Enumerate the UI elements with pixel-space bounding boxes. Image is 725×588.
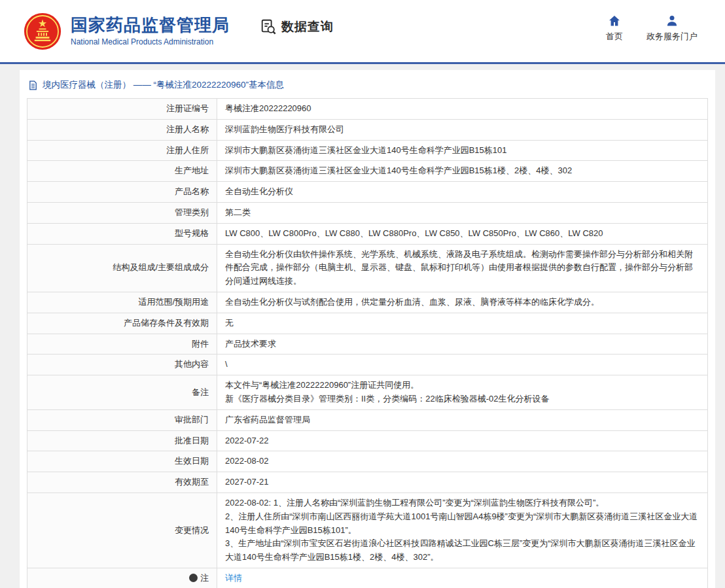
- row-label: 变更情况: [27, 493, 217, 568]
- row-value: 无: [217, 313, 708, 334]
- row-value: 深圳市大鹏新区葵涌街道三溪社区金业大道140号生命科学产业园B15栋101: [217, 140, 708, 161]
- row-label-text: 备注: [192, 387, 209, 397]
- row-label-text: 审批部门: [175, 415, 209, 424]
- row-label-text: 注册人名称: [166, 124, 209, 134]
- row-label-text: 其他内容: [175, 359, 209, 369]
- row-label-text: 产品名称: [175, 186, 209, 196]
- table-row: 注册证编号 粤械注准20222220960: [27, 99, 708, 120]
- user-icon: [665, 14, 679, 27]
- row-label: 产品名称: [27, 182, 217, 203]
- row-label: 注: [27, 568, 217, 588]
- row-label-text: 型号规格: [175, 228, 209, 238]
- row-value: 粤械注准20222220960: [217, 99, 708, 120]
- agency-name-en: National Medical Products Administration: [71, 37, 230, 46]
- table-row: 管理类别 第二类: [27, 202, 708, 223]
- row-value: 详情: [217, 568, 708, 588]
- row-label: 附件: [27, 334, 217, 355]
- row-label: 管理类别: [27, 202, 217, 223]
- detail-link[interactable]: 详情: [225, 573, 242, 583]
- agency-title-block: 国家药品监督管理局 National Medical Products Admi…: [71, 16, 230, 46]
- row-label: 注册人名称: [27, 119, 217, 140]
- row-label-text: 适用范围/预期用途: [138, 297, 209, 307]
- table-row: 备注 本文件与“粤械注准20222220960”注册证共同使用。 新《医疗器械分…: [27, 375, 708, 410]
- content-panel: 境内医疗器械（注册） —— “粤械注准20222220960”基本信息 注册证编…: [20, 70, 715, 588]
- table-row: 产品名称 全自动生化分析仪: [27, 182, 708, 203]
- page-icon: [28, 80, 38, 90]
- row-value: 产品技术要求: [217, 334, 708, 355]
- table-row: 生产地址 深圳市大鹏新区葵涌街道三溪社区金业大道140号生命科学产业园B15栋1…: [27, 161, 708, 182]
- agency-logo[interactable]: 国家药品监督管理局 National Medical Products Admi…: [24, 12, 230, 50]
- row-label-text: 注册人住所: [166, 145, 209, 155]
- row-value: 本文件与“粤械注准20222220960”注册证共同使用。 新《医疗器械分类目录…: [217, 375, 708, 410]
- nav-home-label: 首页: [606, 31, 623, 43]
- row-value: 全自动生化分析仪由软件操作系统、光学系统、机械系统、液路及电子系统组成。检测动作…: [217, 244, 708, 292]
- registration-info-table: 注册证编号 粤械注准20222220960 注册人名称 深圳蓝韵生物医疗科技有限…: [27, 98, 708, 588]
- note-icon: [189, 574, 198, 582]
- row-label-text: 变更情况: [175, 525, 209, 535]
- info-table-body: 注册证编号 粤械注准20222220960 注册人名称 深圳蓝韵生物医疗科技有限…: [27, 99, 708, 588]
- row-label: 注册人住所: [27, 140, 217, 161]
- breadcrumb: 境内医疗器械（注册） —— “粤械注准20222220960”基本信息: [27, 70, 708, 98]
- row-label-text: 批准日期: [175, 436, 209, 445]
- table-row: 生效日期 2022-08-02: [27, 451, 708, 472]
- table-row: 附件 产品技术要求: [27, 334, 708, 355]
- row-value: 广东省药品监督管理局: [217, 409, 708, 430]
- row-label-text: 管理类别: [175, 207, 209, 217]
- row-label: 产品储存条件及有效期: [27, 313, 217, 334]
- site-header: 国家药品监督管理局 National Medical Products Admi…: [0, 0, 725, 62]
- row-label-text: 注: [200, 573, 209, 583]
- row-value: 2027-07-21: [217, 472, 708, 493]
- nav-gov-portal[interactable]: 政务服务门户: [646, 14, 698, 43]
- table-row: 适用范围/预期用途 全自动生化分析仪与试剂配合使用，供定量分析血清、血浆、尿液、…: [27, 292, 708, 313]
- table-row: 批准日期 2022-07-22: [27, 430, 708, 451]
- row-label: 型号规格: [27, 223, 217, 244]
- row-label-text: 有效期至: [175, 477, 209, 487]
- row-value: 第二类: [217, 202, 708, 223]
- row-label-text: 生产地址: [175, 165, 209, 175]
- page-title: 境内医疗器械（注册） —— “粤械注准20222220960”基本信息: [43, 79, 284, 91]
- table-row: 注册人名称 深圳蓝韵生物医疗科技有限公司: [27, 119, 708, 140]
- table-row: 结构及组成/主要组成成分 全自动生化分析仪由软件操作系统、光学系统、机械系统、液…: [27, 244, 708, 292]
- national-emblem-icon: [24, 12, 62, 50]
- row-value: 深圳蓝韵生物医疗科技有限公司: [217, 119, 708, 140]
- row-value: 深圳市大鹏新区葵涌街道三溪社区金业大道140号生命科学产业园B15栋1楼、2楼、…: [217, 161, 708, 182]
- row-value: \: [217, 355, 708, 375]
- table-row: 其他内容 \: [27, 355, 708, 375]
- table-row: 注册人住所 深圳市大鹏新区葵涌街道三溪社区金业大道140号生命科学产业园B15栋…: [27, 140, 708, 161]
- row-label: 有效期至: [27, 472, 217, 493]
- table-row: 有效期至 2027-07-21: [27, 472, 708, 493]
- document-search-icon: [260, 18, 277, 35]
- agency-name-cn: 国家药品监督管理局: [71, 16, 230, 35]
- nav-gov-portal-label: 政务服务门户: [646, 31, 698, 43]
- row-label: 生效日期: [27, 451, 217, 472]
- row-label-text: 产品储存条件及有效期: [124, 318, 209, 328]
- main-background: 境内医疗器械（注册） —— “粤械注准20222220960”基本信息 注册证编…: [0, 64, 725, 588]
- row-label: 批准日期: [27, 430, 217, 451]
- row-label-text: 生效日期: [175, 456, 209, 466]
- row-label: 备注: [27, 375, 217, 410]
- row-value: 2022-08-02: 1、注册人名称由“深圳蓝韵生物工程有限公司”变更为“深圳…: [217, 493, 708, 568]
- row-value: 2022-07-22: [217, 430, 708, 451]
- table-row: 审批部门 广东省药品监督管理局: [27, 409, 708, 430]
- row-label-text: 附件: [192, 339, 209, 349]
- row-label: 结构及组成/主要组成成分: [27, 244, 217, 292]
- row-label-text: 注册证编号: [166, 103, 209, 113]
- row-value: 全自动生化分析仪: [217, 182, 708, 203]
- row-label: 生产地址: [27, 161, 217, 182]
- row-label: 注册证编号: [27, 99, 217, 120]
- data-query-section[interactable]: 数据查询: [260, 18, 334, 35]
- table-row: 型号规格 LW C800、LW C800Pro、LW C880、LW C880P…: [27, 223, 708, 244]
- data-query-title: 数据查询: [281, 18, 334, 35]
- row-label: 审批部门: [27, 409, 217, 430]
- row-label-text: 结构及组成/主要组成成分: [113, 262, 209, 272]
- row-label: 适用范围/预期用途: [27, 292, 217, 313]
- home-icon: [608, 14, 621, 27]
- row-label: 其他内容: [27, 355, 217, 375]
- header-nav: 首页 政务服务门户: [606, 14, 698, 43]
- table-row: 注 详情: [27, 568, 708, 588]
- row-value: 2022-08-02: [217, 451, 708, 472]
- table-row: 产品储存条件及有效期 无: [27, 313, 708, 334]
- nav-home[interactable]: 首页: [606, 14, 623, 43]
- row-value: LW C800、LW C800Pro、LW C880、LW C880Pro、LW…: [217, 223, 708, 244]
- row-value: 全自动生化分析仪与试剂配合使用，供定量分析血清、血浆、尿液、脑脊液等样本的临床化…: [217, 292, 708, 313]
